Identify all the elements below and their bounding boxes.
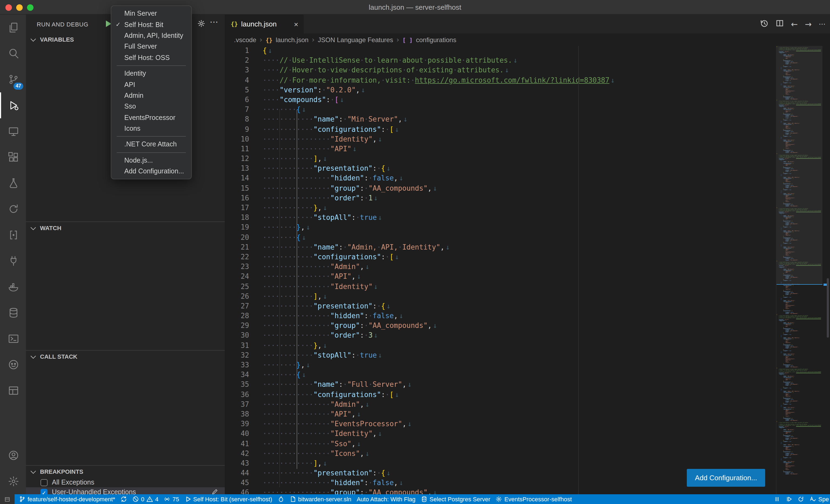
code-line[interactable]: 38················"API",↓	[225, 409, 776, 419]
menu-item[interactable]: EventsProcessor	[111, 112, 191, 123]
tab-launch-json[interactable]: {} launch.json ×	[225, 14, 304, 33]
menu-item[interactable]: Identity	[111, 68, 191, 79]
ports-item[interactable]: 75	[164, 496, 180, 502]
menu-item[interactable]: Admin, API, Identity	[111, 30, 191, 41]
refresh-button[interactable]	[798, 496, 804, 502]
code-line[interactable]: 10················"Identity",↓	[225, 134, 776, 144]
start-debugging-button[interactable]	[106, 21, 111, 27]
sync-changes-item[interactable]	[121, 496, 127, 502]
checkbox-checked[interactable]: ✓	[40, 489, 47, 494]
menu-item[interactable]: Admin	[111, 90, 191, 101]
overview-ruler[interactable]	[823, 46, 830, 494]
menu-item[interactable]: Self Host: OSS	[111, 52, 191, 63]
navigate-forward-button[interactable]: →	[805, 19, 811, 29]
debug-target-item[interactable]: Self Host: Bit (server-selfhost)	[185, 496, 272, 502]
auto-attach-item[interactable]: Auto Attach: With Flag	[357, 496, 416, 502]
menu-item[interactable]: Add Configuration...	[111, 166, 191, 177]
navigate-back-button[interactable]: ←	[791, 19, 798, 29]
sidebar-item-copilot[interactable]	[0, 352, 26, 378]
git-branch-item[interactable]: feature/self-hosted-development*	[19, 496, 115, 502]
code-line[interactable]: 14················"hidden":·false,↓	[225, 174, 776, 183]
postgres-item[interactable]: Select Postgres Server	[421, 496, 490, 502]
hot-reload-item[interactable]	[278, 496, 284, 502]
sidebar-item-source-control[interactable]: 47	[0, 66, 26, 92]
minimap[interactable]: { // Use IntelliSense to learn about pos…	[776, 46, 823, 494]
menu-item[interactable]: Icons	[111, 123, 191, 134]
sidebar-item-brackets[interactable]	[0, 222, 26, 248]
code-line[interactable]: 8············"name":·"Min·Server",↓	[225, 115, 776, 125]
code-line[interactable]: 22············"configurations":·[↓	[225, 252, 776, 262]
code-line[interactable]: 17············},↓	[225, 203, 776, 213]
edit-breakpoint-button[interactable]	[211, 488, 218, 494]
sidebar-item-extensions[interactable]	[0, 144, 26, 170]
breakpoint-user-unhandled-exceptions[interactable]: ✓ User-Unhandled Exceptions	[26, 487, 225, 494]
settings-button[interactable]	[0, 468, 26, 494]
views-more-actions-button[interactable]: ⋯	[210, 17, 218, 27]
code-line[interactable]: 16················"order":·1↓	[225, 193, 776, 203]
breadcrumb-configurations[interactable]: configurations	[416, 36, 456, 43]
code-line[interactable]: 42················"Icons",↓	[225, 449, 776, 458]
code-line[interactable]: 7········{↓	[225, 105, 776, 114]
timeline-history-button[interactable]	[760, 19, 768, 29]
menu-item[interactable]: ✓Self Host: Bit	[111, 19, 191, 30]
code-line[interactable]: 43············],↓	[225, 459, 776, 468]
code-line[interactable]: 37················"Admin",↓	[225, 400, 776, 409]
sidebar-item-docker[interactable]	[0, 274, 26, 300]
code-line[interactable]: 18············"stopAll":·true↓	[225, 213, 776, 223]
code-line[interactable]: 21············"name":·"Admin,·API,·Ident…	[225, 242, 776, 252]
code-line[interactable]: 13············"presentation":·{↓	[225, 164, 776, 174]
code-line[interactable]: 26············],↓	[225, 292, 776, 301]
code-line[interactable]: 12············],↓	[225, 154, 776, 164]
debug-settings-button[interactable]	[197, 20, 205, 29]
scrollbar-thumb[interactable]	[827, 278, 829, 338]
code-line[interactable]: 27············"presentation":·{↓	[225, 301, 776, 311]
code-line[interactable]: 32············"stopAll":·true↓	[225, 350, 776, 360]
code-line[interactable]: 36············"configurations":·[↓	[225, 390, 776, 400]
code-line[interactable]: 41················"Sso",↓	[225, 439, 776, 449]
add-configuration-button[interactable]: Add Configuration...	[687, 469, 765, 487]
watch-header[interactable]: WATCH	[26, 222, 225, 234]
close-window-button[interactable]	[5, 4, 12, 11]
code-line[interactable]: 4····//·For·more·information,·visit:·htt…	[225, 75, 776, 85]
sidebar-item-testing[interactable]	[0, 170, 26, 196]
remote-indicator[interactable]	[0, 494, 14, 504]
sidebar-item-sync[interactable]	[0, 196, 26, 222]
code-line[interactable]: 40················"Identity",↓	[225, 429, 776, 439]
editor-more-actions-button[interactable]: ⋯	[819, 20, 826, 28]
code-line[interactable]: 29················"group":·"AA_compounds…	[225, 321, 776, 331]
code-line[interactable]: 3····//·Hover·to·view·descriptions·of·ex…	[225, 66, 776, 75]
zoom-window-button[interactable]	[27, 4, 33, 11]
minimize-window-button[interactable]	[16, 4, 23, 11]
events-processor-item[interactable]: EventsProcessor-selfhost	[496, 496, 572, 502]
code-line[interactable]: 30················"order":·3↓	[225, 331, 776, 341]
code-line[interactable]: 46················"group":·"AA_compounds…	[225, 488, 776, 494]
code-line[interactable]: 5····"version":·"0.2.0",↓	[225, 86, 776, 95]
breadcrumb-language-features[interactable]: JSON Language Features	[318, 36, 393, 43]
close-tab-icon[interactable]: ×	[294, 20, 298, 28]
code-line[interactable]: 31············},↓	[225, 341, 776, 350]
code-line[interactable]: 1{↓	[225, 46, 776, 56]
call-stack-header[interactable]: CALL STACK	[26, 350, 225, 363]
spell-checker-item[interactable]: Spe	[810, 496, 829, 502]
code-line[interactable]: 33········},↓	[225, 360, 776, 370]
minimap-slider[interactable]	[776, 46, 823, 285]
breakpoints-header[interactable]: BREAKPOINTS	[26, 466, 225, 477]
sidebar-item-explorer[interactable]	[0, 14, 26, 40]
breakpoint-all-exceptions[interactable]: All Exceptions	[26, 477, 225, 487]
accounts-button[interactable]	[0, 442, 26, 468]
menu-item[interactable]: Node.js...	[111, 155, 191, 166]
menu-item[interactable]: Sso	[111, 101, 191, 112]
code-line[interactable]: 34········{↓	[225, 370, 776, 380]
code-content[interactable]: 1{↓2····//·Use·IntelliSense·to·learn·abo…	[225, 46, 776, 494]
code-line[interactable]: 24················"API",↓	[225, 272, 776, 282]
code-line[interactable]: 11················"API"↓	[225, 144, 776, 154]
code-line[interactable]: 20········{↓	[225, 233, 776, 242]
menu-item[interactable]: .NET Core Attach	[111, 139, 191, 150]
sidebar-item-terminal[interactable]	[0, 326, 26, 352]
sidebar-item-search[interactable]	[0, 40, 26, 66]
sidebar-item-layout[interactable]	[0, 378, 26, 404]
run-task-button[interactable]	[786, 496, 793, 502]
code-line[interactable]: 2····//·Use·IntelliSense·to·learn·about·…	[225, 56, 776, 65]
menu-item[interactable]: Min Server	[111, 8, 191, 19]
sidebar-item-run-and-debug[interactable]	[0, 92, 26, 118]
